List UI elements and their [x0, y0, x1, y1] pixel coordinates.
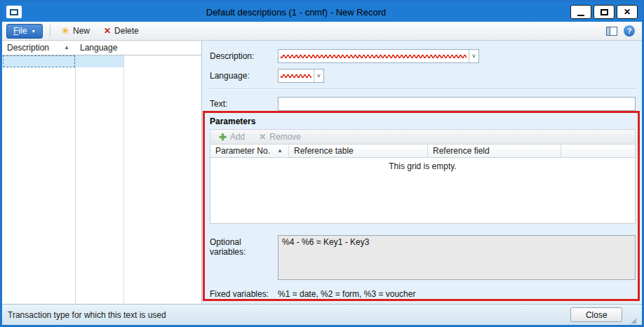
text-input[interactable] [278, 97, 636, 111]
parameter-no-label: Parameter No. [215, 146, 270, 156]
description-dropdown-icon[interactable]: ˅ [469, 50, 478, 62]
status-bar: Transaction type for which this text is … [2, 304, 642, 325]
resize-grip-icon[interactable]: ◢ [631, 316, 636, 325]
fixed-variables-row: Fixed variables: %1 = date, %2 = form, %… [210, 289, 636, 299]
grid-empty-message: This grid is empty. [210, 158, 635, 171]
new-label: New [73, 26, 90, 36]
remove-label: Remove [269, 132, 301, 142]
section-separator [210, 88, 636, 90]
app-icon-glyph [10, 9, 18, 15]
window-title: Default descriptions (1 - cnmf) - New Re… [22, 7, 570, 18]
column-header-language-label: Language [80, 43, 117, 53]
close-button[interactable]: ✕ [617, 5, 638, 19]
title-bar: Default descriptions (1 - cnmf) - New Re… [2, 2, 642, 22]
column-header-reference-field[interactable]: Reference field [428, 145, 561, 157]
optional-variables-row: Optional variables: %4 - %6 = Key1 - Key… [210, 235, 636, 280]
status-message: Transaction type for which this text is … [8, 310, 166, 320]
minimize-icon [577, 15, 584, 16]
reference-field-label: Reference field [433, 146, 490, 156]
records-grid: Description ▲ Language [2, 41, 202, 304]
sort-ascending-icon: ▲ [64, 45, 69, 51]
maximize-button[interactable] [593, 5, 615, 19]
toolbar-right-group: ? [606, 25, 638, 36]
add-button[interactable]: ✚ Add [219, 132, 245, 142]
window-controls: ✕ [570, 5, 638, 19]
window: Default descriptions (1 - cnmf) - New Re… [0, 0, 644, 327]
help-icon[interactable]: ? [624, 25, 635, 36]
remove-button[interactable]: ✕ Remove [259, 132, 301, 142]
fixed-variables-value: %1 = date, %2 = form, %3 = voucher [278, 289, 415, 299]
new-button[interactable]: ✳ New [58, 25, 93, 37]
column-header-blank [561, 145, 635, 157]
fixed-variables-label: Fixed variables: [210, 289, 278, 299]
grid-column-line [75, 41, 76, 304]
file-menu-button[interactable]: File ▼ [6, 24, 43, 39]
close-icon: ✕ [624, 7, 631, 17]
parameters-grid-header: Parameter No. ▲ Reference table Referenc… [210, 145, 635, 158]
parameters-toolbar: ✚ Add ✕ Remove [210, 129, 636, 145]
grid-column-line [123, 41, 124, 304]
column-header-language[interactable]: Language [75, 41, 123, 55]
window-layout-icon[interactable] [606, 27, 617, 36]
close-form-button[interactable]: Close [570, 307, 622, 322]
add-icon: ✚ [219, 133, 227, 142]
text-label: Text: [210, 99, 278, 109]
layout-pane [607, 27, 610, 35]
delete-button[interactable]: ✕ Delete [100, 25, 142, 37]
delete-label: Delete [114, 26, 139, 36]
column-header-reference-table[interactable]: Reference table [289, 145, 428, 157]
language-cell[interactable] [76, 55, 123, 67]
column-header-description-label: Description [7, 43, 49, 53]
optional-variables-box[interactable]: %4 - %6 = Key1 - Key3 [278, 235, 636, 280]
text-field-row: Text: [210, 97, 636, 111]
file-menu-label: File [13, 26, 27, 36]
toolbar: File ▼ ✳ New ✕ Delete ? [2, 22, 642, 41]
description-label: Description: [210, 51, 278, 61]
required-field-squiggle [281, 74, 311, 78]
new-icon: ✳ [61, 26, 69, 36]
language-field-row: Language: ˅ [210, 69, 636, 83]
help-glyph: ? [627, 27, 632, 35]
sort-ascending-icon: ▲ [277, 148, 283, 154]
reference-table-label: Reference table [294, 146, 354, 156]
description-cell[interactable] [3, 55, 75, 67]
app-icon [6, 6, 22, 18]
add-label: Add [230, 132, 245, 142]
description-field-row: Description: ˅ [210, 49, 636, 63]
records-grid-header: Description ▲ Language [2, 41, 201, 55]
required-field-squiggle [281, 55, 467, 58]
remove-icon: ✕ [259, 133, 266, 141]
description-combobox[interactable]: ˅ [278, 49, 479, 63]
main-area: Description ▲ Language Description: ˅ [2, 41, 642, 304]
language-combobox[interactable]: ˅ [278, 69, 324, 83]
parameters-grid: Parameter No. ▲ Reference table Referenc… [210, 145, 636, 224]
record-row-selected[interactable] [2, 55, 201, 67]
language-dropdown-icon[interactable]: ˅ [314, 69, 323, 82]
maximize-icon [601, 9, 608, 15]
file-caret-icon: ▼ [31, 29, 36, 34]
detail-panel: Description: ˅ Language: ˅ Text: Paramet… [202, 41, 642, 304]
minimize-button[interactable] [570, 5, 591, 19]
delete-icon: ✕ [104, 27, 111, 35]
column-header-parameter-no[interactable]: Parameter No. ▲ [210, 145, 289, 157]
toolbar-separator [50, 25, 51, 37]
language-label: Language: [210, 71, 278, 81]
optional-variables-label: Optional variables: [210, 235, 278, 257]
column-header-description[interactable]: Description ▲ [2, 41, 75, 55]
parameters-group-title: Parameters [210, 116, 636, 126]
